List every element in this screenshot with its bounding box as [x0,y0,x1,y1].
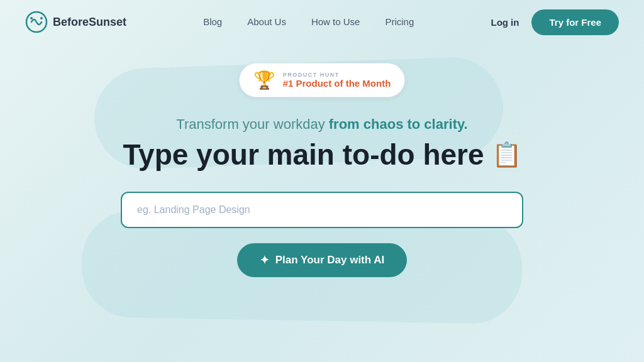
svg-point-1 [30,17,33,19]
nav-actions: Log in Try for Free [491,9,619,35]
logo-text: BeforeSunset [53,16,126,29]
sub-headline-highlight: from chaos to clarity. [329,116,468,132]
nav-how-to-use[interactable]: How to Use [311,16,360,27]
main-headline: Type your main to-do here 📋 [123,138,521,172]
trophy-icon: 🏆 [253,70,275,90]
logo-link[interactable]: BeforeSunset [25,11,126,33]
login-button[interactable]: Log in [491,17,519,28]
nav-blog[interactable]: Blog [203,16,222,27]
main-content: 🏆 PRODUCT HUNT #1 Product of the Month T… [0,44,644,277]
nav-about-us[interactable]: About Us [247,16,286,27]
main-todo-input[interactable] [121,192,523,228]
navbar: BeforeSunset Blog About Us How to Use Pr… [0,0,644,44]
sub-headline-plain: Transform your workday [176,116,328,132]
product-hunt-badge: 🏆 PRODUCT HUNT #1 Product of the Month [239,63,406,97]
nav-links: Blog About Us How to Use Pricing [203,16,414,28]
nav-pricing[interactable]: Pricing [385,16,414,27]
svg-point-2 [40,17,43,19]
ph-text-group: PRODUCT HUNT #1 Product of the Month [283,72,391,89]
input-container [121,192,523,228]
ph-badge-title: #1 Product of the Month [283,78,391,89]
logo-icon [25,11,48,33]
try-free-button[interactable]: Try for Free [531,9,619,35]
plan-day-button[interactable]: ✦ Plan Your Day with AI [237,243,408,277]
sub-headline: Transform your workday from chaos to cla… [176,116,467,133]
ph-badge-label: PRODUCT HUNT [283,72,391,78]
cta-label: Plan Your Day with AI [275,254,385,266]
sparkle-icon: ✦ [260,253,269,267]
main-headline-text: Type your main to-do here [123,138,484,172]
clipboard-icon: 📋 [492,141,521,168]
